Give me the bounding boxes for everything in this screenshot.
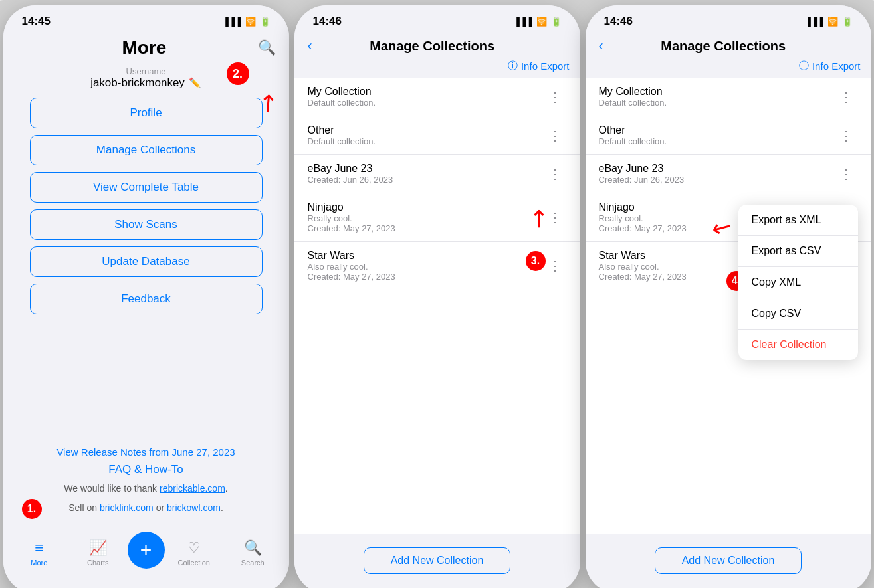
info-export-button-3[interactable]: ⓘ Info Export: [799, 60, 861, 72]
collection-name-3-other: Other: [599, 124, 834, 136]
three-dots-my[interactable]: ⋮: [543, 86, 567, 108]
fab-icon: +: [140, 539, 152, 561]
add-collection-row-3: Add New Collection: [586, 534, 871, 587]
info-icon-2: ⓘ: [508, 60, 518, 72]
nav-more[interactable]: ≡ More: [10, 539, 69, 567]
battery-icon-2: 🔋: [551, 17, 562, 27]
phone-3: 14:46 ▐▐▐ 🛜 🔋 ‹ Manage Collections ⓘ Inf…: [586, 5, 871, 588]
three-dots-3-other[interactable]: ⋮: [834, 125, 858, 146]
search-nav-label: Search: [241, 559, 265, 567]
wifi-icon-3: 🛜: [827, 17, 838, 27]
more-nav-label: More: [31, 559, 47, 567]
manage-collections-button[interactable]: Manage Collections: [30, 135, 263, 165]
step-2-badge: 2.: [227, 62, 249, 85]
show-scans-button[interactable]: Show Scans: [30, 209, 263, 240]
step-1-badge: 1.: [22, 499, 42, 519]
collection-item-ebay: eBay June 23 Created: Jun 26, 2023 ⋮: [294, 155, 580, 193]
info-export-label-3: Info Export: [812, 60, 861, 72]
collections-header-2: ‹ Manage Collections: [294, 32, 580, 57]
more-header: More 🔍: [3, 32, 289, 61]
faq-link[interactable]: FAQ & How-To: [108, 463, 183, 476]
search-nav-icon: 🔍: [244, 539, 262, 557]
three-dots-ebay[interactable]: ⋮: [543, 163, 567, 185]
copy-csv-item[interactable]: Copy CSV: [738, 298, 858, 330]
edit-icon[interactable]: ✏️: [189, 77, 201, 89]
collection-sub-other: Default collection.: [308, 136, 543, 146]
more-nav-icon: ≡: [35, 539, 43, 557]
add-collection-row-2: Add New Collection: [294, 534, 580, 587]
collection-info-ebay: eBay June 23 Created: Jun 26, 2023: [308, 163, 543, 185]
update-database-button[interactable]: Update Database: [30, 246, 263, 277]
links-section: View Release Notes from June 27, 2023 FA…: [3, 436, 289, 526]
signal-icon-3: ▐▐▐: [805, 17, 823, 27]
collection-info-starwars: Star Wars Also really cool.Created: May …: [308, 250, 543, 282]
collections-title-3: Manage Collections: [603, 39, 843, 54]
step-3-badge: 3.: [526, 251, 546, 271]
add-collection-button-2[interactable]: Add New Collection: [364, 547, 511, 574]
collection-sub-3-other: Default collection.: [599, 136, 834, 146]
collection-item-3-ebay: eBay June 23 Created: Jun 26, 2023 ⋮: [586, 155, 871, 193]
add-collection-button-3[interactable]: Add New Collection: [655, 547, 802, 574]
bricklink-link[interactable]: bricklink.com: [100, 502, 154, 513]
profile-button[interactable]: Profile: [30, 98, 263, 128]
fab-button[interactable]: +: [128, 532, 165, 569]
collections-screen-2: ‹ Manage Collections ⓘ Info Export My Co…: [294, 32, 580, 587]
brickowl-link[interactable]: brickowl.com: [167, 502, 221, 513]
collection-sub-3-ebay: Created: Jun 26, 2023: [599, 175, 834, 185]
collection-nav-icon: ♡: [187, 539, 201, 557]
thank-text: We would like to thank rebrickable.com.: [64, 482, 227, 496]
collection-info-my: My Collection Default collection.: [308, 86, 543, 108]
charts-nav-label: Charts: [87, 559, 108, 567]
release-notes-link[interactable]: View Release Notes from June 27, 2023: [56, 446, 235, 458]
phone-2: 14:46 ▐▐▐ 🛜 🔋 ‹ Manage Collections ⓘ Inf…: [294, 5, 580, 588]
collection-name-starwars: Star Wars: [308, 250, 543, 262]
collections-screen-3: ‹ Manage Collections ⓘ Info Export My Co…: [586, 32, 871, 587]
collection-name-my: My Collection: [308, 86, 543, 98]
three-dots-starwars[interactable]: ⋮: [543, 255, 567, 276]
user-section: Username jakob-brickmonkey ✏️ 2. ↙: [3, 61, 289, 98]
three-dots-3-ebay[interactable]: ⋮: [834, 163, 858, 185]
three-dots-other[interactable]: ⋮: [543, 125, 567, 146]
info-export-bar-3: ⓘ Info Export: [586, 57, 871, 78]
nav-collection[interactable]: ♡ Collection: [165, 539, 224, 567]
back-button-3[interactable]: ‹: [599, 37, 603, 54]
info-export-bar-2: ⓘ Info Export: [294, 57, 580, 78]
collection-name-3-my: My Collection: [599, 86, 834, 98]
feedback-button[interactable]: Feedback: [30, 284, 263, 314]
collection-info-3-other: Other Default collection.: [599, 124, 834, 146]
collection-nav-label: Collection: [178, 559, 210, 567]
time-3: 14:46: [604, 15, 633, 28]
collection-sub-starwars: Also really cool.Created: May 27, 2023: [308, 262, 543, 282]
search-icon[interactable]: 🔍: [258, 39, 276, 56]
copy-xml-item[interactable]: Copy XML: [738, 267, 858, 298]
collection-name-ebay: eBay June 23: [308, 163, 543, 175]
info-export-button-2[interactable]: ⓘ Info Export: [508, 60, 570, 72]
collection-sub-3-my: Default collection.: [599, 98, 834, 108]
export-csv-item[interactable]: Export as CSV: [738, 236, 858, 267]
export-xml-item[interactable]: Export as XML: [738, 205, 858, 236]
collections-list-2: My Collection Default collection. ⋮ Othe…: [294, 78, 580, 534]
view-complete-table-button[interactable]: View Complete Table: [30, 172, 263, 203]
more-screen: More 🔍 Username jakob-brickmonkey ✏️ 2. …: [3, 32, 289, 526]
rebrickable-link[interactable]: rebrickable.com: [160, 483, 225, 494]
collection-sub-ebay: Created: Jun 26, 2023: [308, 175, 543, 185]
signal-icon: ▐▐▐: [223, 17, 241, 27]
status-icons-1: ▐▐▐ 🛜 🔋: [223, 17, 271, 27]
signal-icon-2: ▐▐▐: [514, 17, 532, 27]
three-dots-3-my[interactable]: ⋮: [834, 86, 858, 108]
back-button-2[interactable]: ‹: [308, 37, 312, 54]
collection-info-ninjago: Ninjago Really cool.Created: May 27, 202…: [308, 201, 543, 233]
username-row: jakob-brickmonkey ✏️: [90, 76, 201, 90]
time-1: 14:45: [22, 15, 51, 28]
clear-collection-item[interactable]: Clear Collection: [738, 330, 858, 360]
nav-search[interactable]: 🔍 Search: [223, 539, 282, 567]
battery-icon: 🔋: [260, 17, 271, 27]
collection-info-3-my: My Collection Default collection.: [599, 86, 834, 108]
collection-item-3-my: My Collection Default collection. ⋮: [586, 78, 871, 116]
collections-title-2: Manage Collections: [312, 39, 552, 54]
nav-charts[interactable]: 📈 Charts: [68, 539, 128, 567]
bottom-nav-1: ≡ More 📈 Charts + ♡ Collection 🔍 Search: [3, 526, 289, 587]
wifi-icon: 🛜: [245, 17, 256, 27]
collection-sub-ninjago: Really cool.Created: May 27, 2023: [308, 213, 543, 233]
collection-info-other: Other Default collection.: [308, 124, 543, 146]
